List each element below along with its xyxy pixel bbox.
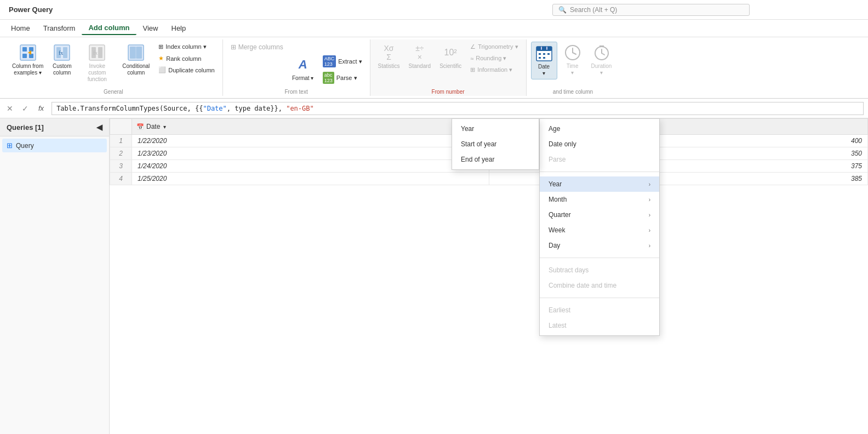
- statistics-label: Statistics: [378, 63, 400, 70]
- formula-input[interactable]: Table.TransformColumnTypes(Source, {{"Da…: [52, 102, 864, 115]
- dropdown-section-3: Subtract days Combine date and time: [540, 260, 659, 295]
- dropdown-section-4: Earliest Latest: [540, 300, 659, 335]
- query-item-query[interactable]: ⊞ Query: [2, 139, 107, 152]
- queries-panel: Queries [1] ◀ ⊞ Query: [0, 118, 110, 434]
- duplicate-col-label: Duplicate column: [168, 67, 214, 73]
- dropdown-item-parse: Parse: [540, 152, 659, 167]
- ribbon-btn-time[interactable]: Time▾: [559, 42, 586, 78]
- search-icon: 🔍: [558, 6, 567, 14]
- ribbon-group-from-number-label: From number: [375, 89, 522, 96]
- ribbon-btn-rank-col[interactable]: ★ Rank column: [155, 53, 218, 64]
- ribbon-group-general: Column fromexamples ▾ fx Customcolumn fx…: [4, 39, 223, 96]
- invoke-custom-icon: fx: [88, 44, 106, 61]
- dropdown-item-day[interactable]: Day ›: [540, 238, 659, 253]
- date-label: Date▾: [538, 64, 550, 77]
- month-submenu-chevron: ›: [649, 197, 650, 203]
- svg-line-32: [602, 53, 604, 55]
- formula-bar: ✕ ✓ fx Table.TransformColumnTypes(Source…: [0, 99, 868, 118]
- week-submenu-chevron: ›: [649, 227, 650, 233]
- dropdown-item-quarter[interactable]: Quarter ›: [540, 207, 659, 222]
- svg-text:fx: fx: [59, 50, 63, 56]
- formula-cancel-icon[interactable]: ✕: [4, 103, 15, 114]
- ribbon-btn-duplicate-col[interactable]: ⬜ Duplicate column: [155, 65, 218, 75]
- cell-date-4[interactable]: 1/25/2020: [132, 173, 489, 185]
- formula-part-2: "Date": [203, 105, 226, 112]
- dropdown-item-combine: Combine date and time: [540, 278, 659, 293]
- svg-rect-24: [547, 53, 550, 55]
- svg-rect-21: [546, 47, 547, 50]
- ribbon-btn-duration[interactable]: Duration▾: [588, 42, 615, 78]
- dropdown-latest-label: Latest: [549, 322, 567, 329]
- formula-confirm-icon[interactable]: ✓: [20, 103, 31, 114]
- ribbon-btn-date[interactable]: Date▾: [531, 42, 557, 79]
- dropdown-item-age[interactable]: Age: [540, 121, 659, 136]
- dropdown-item-year[interactable]: Year ›: [540, 176, 659, 192]
- queries-header: Queries [1] ◀: [0, 118, 109, 136]
- merge-cols-label: Merge columns: [238, 43, 283, 51]
- index-col-label: Index column ▾: [165, 43, 206, 50]
- dropdown-item-latest: Latest: [540, 318, 659, 333]
- queries-collapse-icon[interactable]: ◀: [96, 123, 102, 132]
- conditional-col-label: Conditionalcolumn: [122, 63, 150, 76]
- cell-date-3[interactable]: 1/24/2020: [132, 160, 489, 173]
- svg-rect-15: [130, 47, 135, 59]
- cell-date-2[interactable]: 1/23/2020: [132, 147, 489, 160]
- ribbon-btn-format[interactable]: A Format ▾: [289, 54, 317, 84]
- dropdown-divider-3: [540, 298, 659, 298]
- formula-part-3: , type date}},: [227, 105, 286, 112]
- ribbon-group-general-content: Column fromexamples ▾ fx Customcolumn fx…: [9, 39, 218, 88]
- date-col-dropdown-icon[interactable]: ▾: [163, 124, 166, 130]
- ribbon-btn-information: ⊞ Information ▾: [467, 65, 521, 75]
- dropdown-year-label: Year: [549, 180, 562, 188]
- dropdown-date-only-label: Date only: [549, 140, 576, 148]
- duplicate-col-icon: ⬜: [158, 66, 166, 73]
- submenu-item-year[interactable]: Year: [452, 121, 539, 136]
- row-num-2: 2: [110, 147, 132, 160]
- dropdown-item-week[interactable]: Week ›: [540, 222, 659, 238]
- ribbon-btn-conditional-col[interactable]: Conditionalcolumn: [119, 42, 153, 78]
- ribbon-btn-merge-cols[interactable]: ⊞ Merge columns: [227, 42, 287, 53]
- svg-rect-8: [63, 47, 67, 58]
- dropdown-month-label: Month: [549, 196, 567, 203]
- format-label: Format ▾: [292, 75, 313, 82]
- ribbon-btn-custom-column[interactable]: fx Customcolumn: [49, 42, 75, 78]
- ribbon-btn-extract[interactable]: ABC123 Extract ▾: [319, 54, 366, 69]
- ribbon-btn-index-col[interactable]: ⊞ Index column ▾: [155, 42, 218, 52]
- ribbon-btn-col-from-examples[interactable]: Column fromexamples ▾: [9, 42, 47, 78]
- menu-view[interactable]: View: [136, 22, 165, 35]
- ribbon-group-from-datetime-label: and time column: [531, 89, 615, 96]
- menu-help[interactable]: Help: [165, 22, 193, 35]
- svg-rect-26: [543, 57, 545, 59]
- formula-part-4: "en-GB": [286, 105, 314, 112]
- dropdown-item-subtract-days: Subtract days: [540, 262, 659, 278]
- custom-column-icon: fx: [53, 44, 71, 61]
- conditional-col-icon: [127, 44, 145, 61]
- svg-rect-3: [22, 54, 27, 58]
- ribbon-btn-parse[interactable]: abc123 Parse ▾: [319, 70, 366, 85]
- menu-transform[interactable]: Transform: [37, 22, 82, 35]
- search-placeholder: Search (Alt + Q): [570, 6, 617, 14]
- row-num-1: 1: [110, 135, 132, 147]
- formula-fx-label: fx: [35, 104, 47, 112]
- ribbon-btn-standard: ±÷× Standard: [406, 42, 435, 72]
- invoke-custom-label: Invoke customfunction: [81, 63, 113, 83]
- col-from-examples-icon: [19, 44, 37, 61]
- menu-home[interactable]: Home: [4, 22, 37, 35]
- date-dropdown-menu: Age Date only Parse Year › Month ›: [539, 118, 660, 336]
- dropdown-divider-2: [540, 258, 659, 258]
- dropdown-item-earliest: Earliest: [540, 302, 659, 318]
- cell-date-1[interactable]: 1/22/2020: [132, 135, 489, 147]
- dropdown-item-date-only[interactable]: Date only: [540, 136, 659, 152]
- menu-add-column[interactable]: Add column: [82, 21, 136, 35]
- submenu-item-start-of-year[interactable]: Start of year: [452, 136, 539, 152]
- dropdown-section-2: Year › Month › Quarter › Week › Day ›: [540, 174, 659, 255]
- quarter-submenu-chevron: ›: [649, 212, 650, 218]
- submenu-item-end-of-year[interactable]: End of year: [452, 152, 539, 167]
- ribbon-small-col-general: ⊞ Index column ▾ ★ Rank column ⬜ Duplica…: [155, 42, 218, 75]
- custom-column-label: Customcolumn: [53, 63, 71, 76]
- ribbon-from-number-small-col: ∠ Trigonometry ▾ ≈ Rounding ▾ ⊞ Informat…: [467, 42, 521, 75]
- search-bar[interactable]: 🔍 Search (Alt + Q): [552, 4, 750, 16]
- ribbon-btn-rounding: ≈ Rounding ▾: [467, 53, 521, 64]
- time-icon: [564, 44, 581, 61]
- dropdown-item-month[interactable]: Month ›: [540, 192, 659, 207]
